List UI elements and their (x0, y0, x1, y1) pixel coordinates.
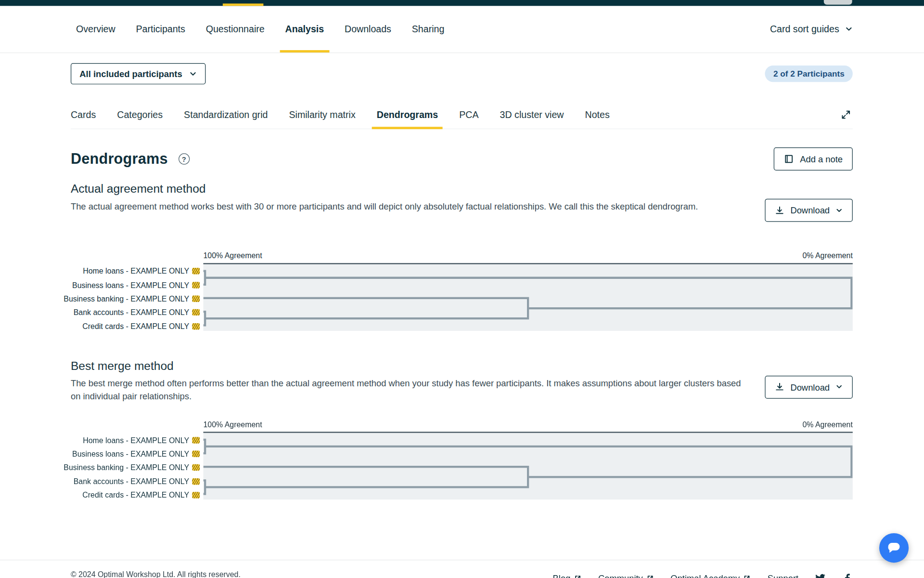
participants-filter-label: All included participants (79, 69, 182, 79)
analysis-tab-similarity-matrix[interactable]: Similarity matrix (289, 101, 355, 129)
chevron-down-icon (835, 383, 843, 391)
facebook-icon[interactable] (842, 573, 853, 578)
axis-left-label: 100% Agreement (203, 251, 262, 260)
dendrogram-leaf-labels: Home loans - EXAMPLE ONLYBusiness loans … (71, 432, 204, 502)
copyright-text: © 2024 Optimal Workshop Ltd. All rights … (71, 570, 383, 578)
expand-fullscreen-icon[interactable] (838, 107, 852, 121)
analysis-tab-notes[interactable]: Notes (585, 101, 610, 129)
external-link-icon (646, 575, 654, 578)
optimal-academy-link[interactable]: Optimal Academy (670, 573, 751, 578)
example-card-icon (192, 295, 200, 302)
axis-right-label: 0% Agreement (802, 420, 852, 429)
external-link-icon (744, 575, 751, 578)
leaf-label: Bank accounts - EXAMPLE ONLY (74, 477, 189, 486)
analysis-tab-3d-cluster-view[interactable]: 3D cluster view (500, 101, 564, 129)
download-icon (775, 206, 785, 215)
leaf-row: Business banking - EXAMPLE ONLY (71, 292, 204, 306)
leaf-row: Home loans - EXAMPLE ONLY (71, 264, 204, 278)
leaf-label: Credit cards - EXAMPLE ONLY (82, 491, 189, 499)
example-card-icon (192, 268, 200, 274)
section-best-merge: Best merge method The best merge method … (71, 359, 853, 502)
support-label: Support (768, 573, 798, 578)
example-card-icon (192, 464, 200, 471)
card-sort-guides-label: Card sort guides (770, 24, 839, 35)
dendrogram-best-merge: 100% Agreement 0% Agreement Home loans -… (71, 420, 853, 502)
chevron-down-icon (835, 207, 843, 214)
leaf-label: Home loans - EXAMPLE ONLY (83, 267, 189, 276)
section-description: The best merge method often performs bet… (71, 377, 743, 402)
leaf-label: Bank accounts - EXAMPLE ONLY (74, 308, 189, 317)
analysis-tab-cards[interactable]: Cards (71, 101, 96, 129)
analysis-tab-standardization-grid[interactable]: Standardization grid (184, 101, 268, 129)
analysis-tab-dendrograms[interactable]: Dendrograms (377, 101, 438, 129)
add-note-button[interactable]: Add a note (774, 147, 853, 171)
dendrogram-actual-agreement: 100% Agreement 0% Agreement Home loans -… (71, 251, 853, 333)
page: OverviewParticipantsQuestionnaireAnalysi… (0, 0, 924, 578)
page-title: Dendrograms (71, 150, 168, 168)
download-button[interactable]: Download (765, 199, 853, 222)
download-button[interactable]: Download (765, 376, 853, 399)
filter-row: All included participants 2 of 2 Partici… (71, 63, 853, 84)
dendrogram-plot (203, 432, 852, 500)
download-label: Download (790, 205, 830, 215)
leaf-row: Bank accounts - EXAMPLE ONLY (71, 474, 204, 488)
chevron-down-icon (845, 26, 853, 33)
main-content: All included participants 2 of 2 Partici… (0, 63, 924, 502)
participants-filter-dropdown[interactable]: All included participants (71, 63, 206, 84)
nav-tab-sharing[interactable]: Sharing (412, 6, 445, 53)
example-card-icon (192, 492, 200, 498)
example-card-icon (192, 451, 200, 457)
chat-widget-button[interactable] (879, 533, 909, 563)
nav-tab-downloads[interactable]: Downloads (345, 6, 391, 53)
example-card-icon (192, 309, 200, 315)
add-note-label: Add a note (800, 154, 843, 164)
participants-count-badge: 2 of 2 Participants (765, 66, 853, 82)
leaf-row: Credit cards - EXAMPLE ONLY (71, 319, 204, 333)
help-icon[interactable]: ? (179, 153, 190, 164)
note-icon (784, 154, 794, 164)
nav-tab-questionnaire[interactable]: Questionnaire (206, 6, 265, 53)
leaf-label: Credit cards - EXAMPLE ONLY (82, 322, 189, 330)
optimal-academy-label: Optimal Academy (670, 573, 740, 578)
download-icon (775, 382, 785, 392)
top-app-bar (0, 0, 924, 6)
analysis-tabs: CardsCategoriesStandardization gridSimil… (71, 101, 610, 129)
leaf-label: Home loans - EXAMPLE ONLY (83, 435, 189, 444)
axis-left-label: 100% Agreement (203, 420, 262, 429)
analysis-tab-pca[interactable]: PCA (459, 101, 478, 129)
blog-label: Blog (553, 573, 571, 578)
chat-bubble-icon (886, 540, 902, 556)
analysis-tab-bar: CardsCategoriesStandardization gridSimil… (71, 101, 853, 129)
community-label: Community (598, 573, 643, 578)
footer-links: Blog Community Optimal Academy Support (553, 573, 853, 578)
leaf-label: Business loans - EXAMPLE ONLY (72, 449, 189, 458)
topbar-account-button[interactable] (824, 0, 852, 5)
leaf-row: Credit cards - EXAMPLE ONLY (71, 488, 204, 502)
nav-tab-participants[interactable]: Participants (136, 6, 185, 53)
analysis-tab-categories[interactable]: Categories (117, 101, 163, 129)
card-sort-guides-dropdown[interactable]: Card sort guides (770, 6, 853, 53)
nav-tab-overview[interactable]: Overview (76, 6, 116, 53)
footer-legal: © 2024 Optimal Workshop Ltd. All rights … (71, 570, 383, 578)
leaf-row: Bank accounts - EXAMPLE ONLY (71, 305, 204, 319)
leaf-row: Business loans - EXAMPLE ONLY (71, 447, 204, 461)
section-heading: Actual agreement method (71, 182, 698, 196)
primary-nav-tabs: OverviewParticipantsQuestionnaireAnalysi… (76, 6, 444, 53)
support-link[interactable]: Support (768, 573, 798, 578)
leaf-row: Business banking - EXAMPLE ONLY (71, 461, 204, 475)
nav-tab-analysis[interactable]: Analysis (285, 6, 324, 53)
twitter-icon[interactable] (815, 573, 825, 578)
leaf-row: Business loans - EXAMPLE ONLY (71, 278, 204, 292)
example-card-icon (192, 437, 200, 443)
community-link[interactable]: Community (598, 573, 654, 578)
primary-nav: OverviewParticipantsQuestionnaireAnalysi… (0, 6, 924, 53)
axis-right-label: 0% Agreement (802, 251, 852, 260)
example-card-icon (192, 478, 200, 485)
example-card-icon (192, 323, 200, 329)
chevron-down-icon (189, 70, 197, 78)
page-header: Dendrograms ? Add a note (71, 147, 853, 171)
leaf-label: Business banking - EXAMPLE ONLY (64, 463, 189, 472)
example-card-icon (192, 282, 200, 288)
blog-link[interactable]: Blog (553, 573, 582, 578)
external-link-icon (574, 575, 582, 578)
